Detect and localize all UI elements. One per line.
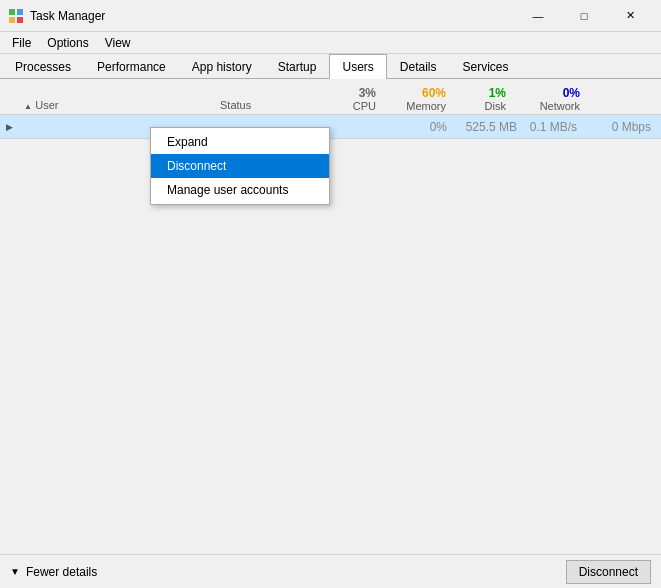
- svg-rect-3: [17, 17, 23, 23]
- close-button[interactable]: ✕: [607, 0, 653, 32]
- svg-rect-2: [9, 17, 15, 23]
- memory-label: Memory: [380, 100, 446, 112]
- memory-percent: 60%: [380, 86, 446, 100]
- col-header-disk: 1% Disk: [450, 86, 510, 112]
- tab-performance[interactable]: Performance: [84, 54, 179, 79]
- network-label: Network: [510, 100, 580, 112]
- fewer-details-button[interactable]: ▼ Fewer details: [10, 565, 97, 579]
- window-title: Task Manager: [30, 9, 515, 23]
- menu-file[interactable]: File: [4, 34, 39, 52]
- table-row[interactable]: ▶ 0% 525.5 MB 0.1 MB/s 0 Mbps: [0, 115, 661, 139]
- col-header-status: Status: [220, 98, 320, 112]
- table-header: ▲ User Status 3% CPU 60% Memory 1% Disk …: [0, 79, 661, 115]
- content-area: ▲ User Status 3% CPU 60% Memory 1% Disk …: [0, 79, 661, 588]
- context-menu-expand[interactable]: Expand: [151, 130, 329, 154]
- maximize-button[interactable]: □: [561, 0, 607, 32]
- context-menu-disconnect[interactable]: Disconnect: [151, 154, 329, 178]
- row-disk: 0.1 MB/s: [521, 120, 581, 134]
- row-cpu: 0%: [391, 120, 451, 134]
- tab-users[interactable]: Users: [329, 54, 386, 79]
- footer: ▼ Fewer details Disconnect: [0, 554, 661, 588]
- col-header-network: 0% Network: [510, 86, 590, 112]
- user-col-label: User: [35, 99, 58, 111]
- svg-rect-0: [9, 9, 15, 15]
- svg-rect-1: [17, 9, 23, 15]
- row-memory: 525.5 MB: [451, 120, 521, 134]
- tab-app-history[interactable]: App history: [179, 54, 265, 79]
- network-percent: 0%: [510, 86, 580, 100]
- tab-services[interactable]: Services: [450, 54, 522, 79]
- menu-bar: File Options View: [0, 32, 661, 54]
- window-controls: — □ ✕: [515, 0, 653, 32]
- tab-startup[interactable]: Startup: [265, 54, 330, 79]
- fewer-details-label: Fewer details: [26, 565, 97, 579]
- tab-details[interactable]: Details: [387, 54, 450, 79]
- app-icon: [8, 8, 24, 24]
- tab-bar: Processes Performance App history Startu…: [0, 54, 661, 79]
- col-header-cpu: 3% CPU: [320, 86, 380, 112]
- minimize-button[interactable]: —: [515, 0, 561, 32]
- row-network: 0 Mbps: [581, 120, 661, 134]
- disk-label: Disk: [450, 100, 506, 112]
- disconnect-button[interactable]: Disconnect: [566, 560, 651, 584]
- cpu-percent: 3%: [320, 86, 376, 100]
- col-header-user: ▲ User: [0, 98, 220, 112]
- menu-view[interactable]: View: [97, 34, 139, 52]
- title-bar: Task Manager — □ ✕: [0, 0, 661, 32]
- context-menu: Expand Disconnect Manage user accounts: [150, 127, 330, 205]
- col-header-memory: 60% Memory: [380, 86, 450, 112]
- row-expand-icon: ▶: [0, 122, 18, 132]
- sort-arrow-icon: ▲: [20, 102, 32, 111]
- chevron-down-icon: ▼: [10, 566, 20, 577]
- context-menu-manage-accounts[interactable]: Manage user accounts: [151, 178, 329, 202]
- tab-processes[interactable]: Processes: [2, 54, 84, 79]
- menu-options[interactable]: Options: [39, 34, 96, 52]
- status-col-label: Status: [220, 99, 251, 111]
- cpu-label: CPU: [320, 100, 376, 112]
- disk-percent: 1%: [450, 86, 506, 100]
